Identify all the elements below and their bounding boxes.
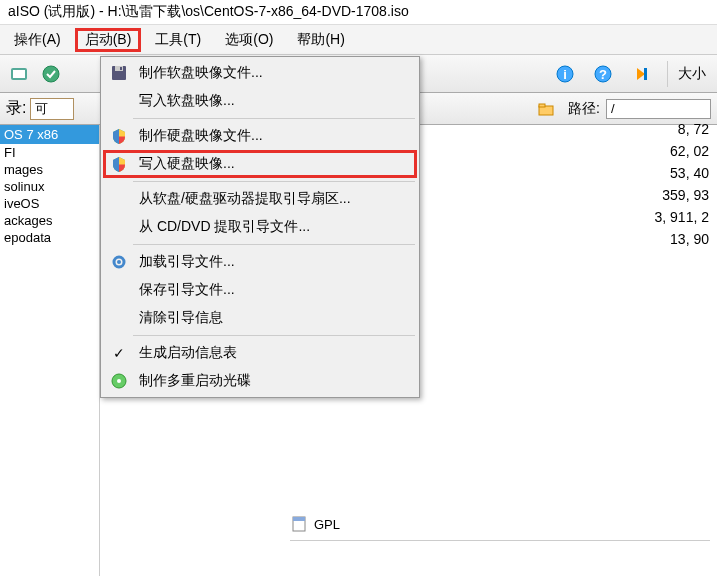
tree-item[interactable]: epodata [0, 229, 99, 246]
info-icon[interactable]: i [551, 60, 579, 88]
menu-help[interactable]: 帮助(H) [287, 28, 354, 52]
shield-icon [109, 154, 129, 174]
svg-point-14 [117, 260, 121, 264]
menu-label: 从 CD/DVD 提取引导文件... [139, 218, 310, 236]
tree-item[interactable]: mages [0, 161, 99, 178]
menu-label: 加载引导文件... [139, 253, 235, 271]
size-value: 62, 02 [655, 140, 710, 162]
tree-item[interactable]: solinux [0, 178, 99, 195]
bottom-file[interactable]: GPL [290, 515, 340, 533]
tree-root[interactable]: OS 7 x86 [0, 125, 99, 144]
menu-load-boot-file[interactable]: 加载引导文件... [103, 248, 417, 276]
svg-text:i: i [563, 67, 567, 82]
size-value: 53, 40 [655, 162, 710, 184]
menu-boot[interactable]: 启动(B) [75, 28, 142, 52]
menu-extract-boot-file-cddvd[interactable]: 从 CD/DVD 提取引导文件... [103, 213, 417, 241]
subbar-input[interactable] [30, 98, 74, 120]
gear-icon [109, 252, 129, 272]
floppy-icon [109, 63, 129, 83]
menu-save-boot-file[interactable]: 保存引导文件... [103, 276, 417, 304]
menu-label: 制作软盘映像文件... [139, 64, 263, 82]
blank-icon [109, 189, 129, 209]
tree-item[interactable]: FI [0, 144, 99, 161]
svg-rect-1 [13, 70, 25, 78]
blank-icon [109, 280, 129, 300]
menu-label: 清除引导信息 [139, 309, 223, 327]
size-value: 359, 93 [655, 184, 710, 206]
size-label: 大小 [678, 65, 706, 83]
size-value: 3, 911, 2 [655, 206, 710, 228]
menu-label: 写入硬盘映像... [139, 155, 235, 173]
boot-dropdown-menu: 制作软盘映像文件... 写入软盘映像... 制作硬盘映像文件... 写入硬盘映像… [100, 56, 420, 398]
menu-make-hdd-image[interactable]: 制作硬盘映像文件... [103, 122, 417, 150]
divider [290, 540, 710, 541]
menu-label: 制作多重启动光碟 [139, 372, 251, 390]
folder-icon[interactable] [532, 95, 560, 123]
disc-icon [109, 371, 129, 391]
svg-rect-9 [539, 104, 545, 107]
help-icon[interactable]: ? [589, 60, 617, 88]
svg-point-16 [117, 379, 121, 383]
shield-icon [109, 126, 129, 146]
tree-item[interactable]: ackages [0, 212, 99, 229]
separator [667, 61, 668, 87]
menu-label: 保存引导文件... [139, 281, 235, 299]
menu-label: 写入软盘映像... [139, 92, 235, 110]
menu-clear-boot-info[interactable]: 清除引导信息 [103, 304, 417, 332]
menu-write-floppy-image[interactable]: 写入软盘映像... [103, 87, 417, 115]
menu-separator [133, 335, 415, 336]
tree-sidebar: OS 7 x86 FI mages solinux iveOS ackages … [0, 125, 100, 576]
svg-rect-12 [120, 67, 122, 70]
menu-write-hdd-image[interactable]: 写入硬盘映像... [103, 150, 417, 178]
svg-text:?: ? [599, 67, 607, 82]
blank-icon [109, 91, 129, 111]
menu-generate-boot-info-table[interactable]: ✓ 生成启动信息表 [103, 339, 417, 367]
menu-label: 制作硬盘映像文件... [139, 127, 263, 145]
menu-separator [133, 181, 415, 182]
tool-button-1[interactable] [5, 60, 33, 88]
menu-separator [133, 118, 415, 119]
menu-operate[interactable]: 操作(A) [4, 28, 71, 52]
menu-make-floppy-image[interactable]: 制作软盘映像文件... [103, 59, 417, 87]
nav-icon[interactable] [627, 60, 655, 88]
size-value: 13, 90 [655, 228, 710, 250]
file-icon [290, 515, 308, 533]
file-label: GPL [314, 517, 340, 532]
path-input[interactable] [606, 99, 711, 119]
menu-label: 生成启动信息表 [139, 344, 237, 362]
menubar: 操作(A) 启动(B) 工具(T) 选项(O) 帮助(H) [0, 25, 717, 55]
svg-point-2 [43, 66, 59, 82]
window-title: aISO (试用版) - H:\迅雷下载\os\CentOS-7-x86_64-… [0, 0, 717, 25]
path-label: 路径: [568, 100, 600, 118]
menu-options[interactable]: 选项(O) [215, 28, 283, 52]
check-icon: ✓ [109, 343, 129, 363]
svg-rect-7 [644, 68, 647, 80]
tree-item[interactable]: iveOS [0, 195, 99, 212]
menu-make-multiboot-disc[interactable]: 制作多重启动光碟 [103, 367, 417, 395]
blank-icon [109, 308, 129, 328]
svg-rect-18 [293, 517, 305, 521]
subbar-label: 录: [6, 98, 26, 119]
menu-separator [133, 244, 415, 245]
tool-button-2[interactable] [37, 60, 65, 88]
blank-icon [109, 217, 129, 237]
menu-tools[interactable]: 工具(T) [145, 28, 211, 52]
file-sizes: 8, 72 62, 02 53, 40 359, 93 3, 911, 2 13… [655, 118, 710, 250]
size-value: 8, 72 [655, 118, 710, 140]
menu-extract-boot-sector[interactable]: 从软盘/硬盘驱动器提取引导扇区... [103, 185, 417, 213]
menu-label: 从软盘/硬盘驱动器提取引导扇区... [139, 190, 351, 208]
